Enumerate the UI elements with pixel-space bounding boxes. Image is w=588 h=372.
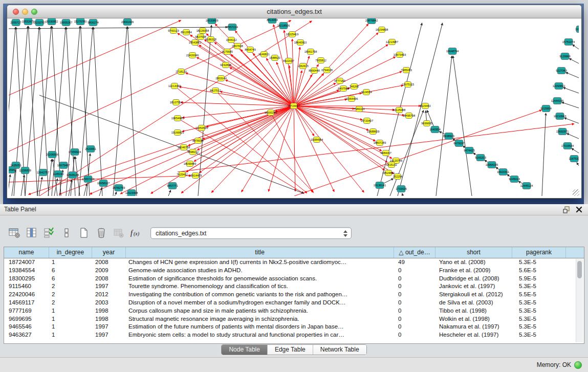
- table-row[interactable]: 946554611997Estimation of the future num…: [4, 323, 584, 331]
- application-desktop: citations_edges.txt 18724007976012389129…: [0, 0, 588, 204]
- table-cell: 1997: [92, 331, 126, 339]
- graph-node-label: 16046758: [178, 146, 190, 149]
- graph-node-label: 1815132: [386, 163, 397, 166]
- citation-edge: [294, 106, 334, 192]
- network-window-titlebar[interactable]: citations_edges.txt: [7, 5, 581, 18]
- table-cell: Stergiakouli et al. (2012): [435, 291, 512, 299]
- table-cell: Franke et al. (2009): [435, 267, 512, 275]
- table-row[interactable]: 911546021997Tourette syndrome. Phenomeno…: [4, 282, 584, 291]
- network-canvas[interactable]: 1872400797601238912954182260589827508165…: [9, 18, 580, 196]
- reference-edge: [79, 27, 93, 196]
- tab-edge-table[interactable]: Edge Table: [268, 345, 313, 355]
- reference-edge: [21, 175, 25, 196]
- table-cell: 2012: [92, 291, 126, 299]
- table-cell: 1: [49, 331, 92, 339]
- table-cell: 19384554: [4, 267, 49, 275]
- table-row[interactable]: 1872400712008Changes of HCN gene express…: [4, 258, 584, 267]
- graph-node-label: 9227343: [556, 69, 567, 72]
- reference-edge: [564, 118, 579, 123]
- graph-node-label: 6497568: [338, 87, 349, 90]
- graph-node-label: 9245013: [509, 178, 519, 181]
- graph-node-label: 9215954: [540, 107, 551, 110]
- network-window[interactable]: citations_edges.txt 18724007976012389129…: [7, 5, 582, 199]
- graph-node-label: 10955267: [60, 21, 72, 24]
- graph-node-label: 18807249: [374, 141, 386, 144]
- close-window-icon[interactable]: [13, 9, 19, 15]
- citation-network-graph[interactable]: 1872400797601238912954182260589827508165…: [9, 18, 579, 196]
- column-header-short[interactable]: short: [435, 247, 512, 258]
- graph-node-label: 10973493: [394, 53, 406, 56]
- graph-node-label: 9498212: [187, 150, 198, 154]
- table-mode-icon[interactable]: [6, 225, 23, 240]
- reference-edge: [168, 190, 171, 196]
- table-row[interactable]: 1456911722003Disruption of a novel membe…: [4, 299, 584, 307]
- table-row[interactable]: 969969511998Structural magnetic resonanc…: [4, 315, 584, 323]
- reference-edge: [572, 148, 579, 153]
- new-column-icon[interactable]: [76, 225, 92, 240]
- select-all-columns-icon[interactable]: [41, 225, 57, 240]
- show-columns-icon[interactable]: [24, 225, 40, 240]
- citation-edge: [178, 118, 304, 193]
- table-cell: 0: [394, 291, 435, 299]
- table-cell: 5.3E-5: [512, 282, 566, 291]
- graph-node-label: 12923468: [125, 191, 138, 194]
- graph-node-label: 8912954: [181, 31, 191, 34]
- table-cell: 2003: [92, 299, 126, 307]
- graph-node-label: 1145190: [53, 172, 63, 176]
- graph-node-label: 9699695: [421, 122, 432, 125]
- table-panel-title: Table Panel: [4, 206, 36, 213]
- citation-edge: [9, 20, 291, 151]
- graph-node-label: 17016534: [561, 144, 574, 147]
- column-header-year[interactable]: year: [92, 247, 126, 258]
- table-cell: 9463627: [4, 331, 49, 339]
- table-row[interactable]: 1830029562008Estimation of significance …: [4, 275, 584, 283]
- table-cell: 18300295: [4, 275, 49, 283]
- column-header-title[interactable]: title: [126, 247, 394, 258]
- column-header-pagerank[interactable]: pagerank: [512, 247, 566, 258]
- table-cell: 14569117: [4, 299, 49, 307]
- table-cell: Tibbo et al. (1998): [435, 307, 512, 315]
- graph-node-label: 17359924: [69, 150, 81, 154]
- table-cell: 1: [49, 307, 92, 315]
- table-row[interactable]: 946362711997Embryonic stem cells: a mode…: [4, 331, 584, 339]
- table-selector-dropdown[interactable]: citations_edges.txt: [150, 227, 352, 239]
- table-scrollbar-thumb[interactable]: [577, 261, 582, 278]
- delete-table-icon[interactable]: [111, 225, 127, 240]
- graph-node-label: 9457771: [167, 184, 178, 187]
- table-scrollbar[interactable]: [576, 259, 583, 342]
- table-cell: Hescheler et al. (1997): [435, 331, 512, 339]
- citation-edge: [294, 106, 376, 141]
- citation-edge: [294, 71, 302, 106]
- graph-node-label: 7955812: [315, 59, 326, 62]
- graph-node-label: 10688609: [367, 130, 379, 133]
- table-row[interactable]: 1938455462009Genome-wide association stu…: [4, 267, 584, 275]
- graph-node-label: 2055727: [10, 21, 21, 24]
- reference-edge: [542, 113, 546, 196]
- memory-status-label: Memory: OK: [537, 361, 571, 368]
- delete-column-icon[interactable]: [93, 225, 110, 240]
- table-panel: Table Panel: [0, 204, 588, 372]
- function-builder-icon[interactable]: f(x): [128, 225, 144, 240]
- minimize-window-icon[interactable]: [22, 9, 28, 15]
- zoom-window-icon[interactable]: [31, 9, 37, 15]
- table-row[interactable]: 977716911998Corpus callosum shape and si…: [4, 307, 584, 315]
- float-panel-icon[interactable]: [563, 206, 571, 213]
- column-header-name[interactable]: name: [4, 247, 49, 258]
- reference-edge: [39, 95, 304, 193]
- tab-node-table[interactable]: Node Table: [222, 345, 268, 355]
- resize-grip[interactable]: [573, 189, 579, 196]
- graph-node-label: 8427512: [210, 89, 221, 92]
- row-height-icon[interactable]: [58, 225, 75, 240]
- tab-network-table[interactable]: Network Table: [313, 345, 366, 355]
- graph-node-label: 12093822: [553, 84, 565, 87]
- graph-node-label: 8186328: [205, 38, 216, 41]
- close-panel-icon[interactable]: [575, 206, 583, 213]
- graph-node-label: 19136141: [374, 184, 386, 187]
- table-panel-header: Table Panel: [0, 204, 588, 215]
- graph-node-label: 20206506: [46, 153, 58, 156]
- column-header-in-degree[interactable]: in_degree: [49, 247, 92, 258]
- reference-edge: [48, 159, 52, 196]
- graph-node-label: 15720407: [361, 119, 373, 122]
- table-row[interactable]: 2242004622012Investigating the contribut…: [4, 291, 584, 299]
- column-header-out-de-[interactable]: △ out_de…: [394, 247, 435, 258]
